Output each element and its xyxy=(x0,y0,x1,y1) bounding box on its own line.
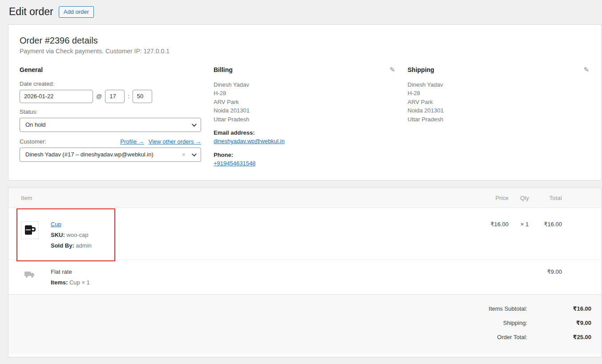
add-order-button[interactable]: Add order xyxy=(59,6,94,18)
shipping-address-line: Noida 201301 xyxy=(408,106,589,115)
total-label: Shipping: xyxy=(503,320,527,326)
chevron-down-icon xyxy=(192,152,197,156)
order-heading: Order #2396 details xyxy=(20,36,590,46)
column-header-item: Item xyxy=(21,195,464,201)
shipping-items-value: Cup × 1 xyxy=(69,279,90,286)
table-row-shipping: Flat rate Items: Cup × 1 ₹9.00 xyxy=(8,260,601,294)
email-link[interactable]: dineshyadav.wp@webkul.in xyxy=(214,137,285,146)
table-row-line-item: Cup SKU: woo-cap Sold By: admin ₹16.00 ×… xyxy=(8,208,601,260)
billing-address: Dinesh Yadav H-28 ARV Park Noida 201301 … xyxy=(214,80,395,124)
minute-input[interactable] xyxy=(133,90,152,103)
profile-link[interactable]: Profile → xyxy=(120,138,144,145)
total-value: ₹9.00 xyxy=(527,320,591,326)
shipping-method-name: Flat rate xyxy=(51,268,90,275)
general-section: General Date created: @ : Status: On hol… xyxy=(20,66,214,168)
order-totals: Items Subtotal: ₹16.00 Shipping: ₹9.00 O… xyxy=(8,294,601,354)
total-row-shipping: Shipping: ₹9.00 xyxy=(8,320,591,326)
general-title: General xyxy=(20,66,43,73)
shipping-address-line: Uttar Pradesh xyxy=(408,115,589,124)
billing-section: Billing ✎ Dinesh Yadav H-28 ARV Park Noi… xyxy=(214,66,408,168)
shipping-total: ₹9.00 xyxy=(535,268,562,286)
billing-address-line: Noida 201301 xyxy=(214,106,395,115)
page-header: Edit order Add order xyxy=(0,0,602,19)
customer-select[interactable]: Dinesh Yadav (#17 – dineshyadav.wp@webku… xyxy=(20,148,201,162)
product-link[interactable]: Cup xyxy=(51,221,61,228)
shipping-address: Dinesh Yadav H-28 ARV Park Noida 201301 … xyxy=(408,80,589,124)
sku-value: woo-cap xyxy=(66,232,88,238)
shipping-address-line: ARV Park xyxy=(408,98,589,107)
sku-label: SKU: xyxy=(51,232,65,238)
customer-value: Dinesh Yadav (#17 – dineshyadav.wp@webku… xyxy=(25,151,182,158)
billing-address-line: H-28 xyxy=(214,89,395,98)
shipping-items-label: Items: xyxy=(51,279,68,286)
items-table-header: Item Price Qty Total xyxy=(8,188,601,208)
view-other-orders-link[interactable]: View other orders → xyxy=(149,138,201,145)
item-total: ₹16.00 xyxy=(535,217,562,249)
column-header-price: Price xyxy=(464,195,509,201)
truck-icon xyxy=(24,270,36,279)
status-value: On hold xyxy=(25,121,187,128)
item-price: ₹16.00 xyxy=(464,217,509,249)
date-created-label: Date created: xyxy=(20,80,201,87)
clear-customer-icon[interactable]: × xyxy=(182,151,186,158)
order-items-panel: Item Price Qty Total Cup SKU: woo-cap So… xyxy=(8,188,602,357)
total-label: Order Total: xyxy=(497,334,527,340)
order-data-panel: Order #2396 details Payment via Check pa… xyxy=(8,24,602,181)
mug-image xyxy=(22,223,37,238)
email-label: Email address: xyxy=(214,129,395,136)
hour-input[interactable] xyxy=(105,90,125,103)
phone-label: Phone: xyxy=(214,152,395,158)
total-label: Items Subtotal: xyxy=(489,305,527,312)
shipping-title: Shipping xyxy=(408,66,434,73)
customer-label: Customer: xyxy=(20,138,46,145)
page-title: Edit order xyxy=(9,5,53,19)
order-columns: General Date created: @ : Status: On hol… xyxy=(20,66,590,168)
billing-title: Billing xyxy=(214,66,233,73)
product-thumbnail xyxy=(21,221,39,239)
column-header-qty: Qty xyxy=(514,195,535,201)
date-input[interactable] xyxy=(20,90,93,103)
total-value: ₹25.00 xyxy=(527,334,591,340)
column-header-total: Total xyxy=(535,195,562,201)
sold-by-label: Sold By: xyxy=(51,242,74,249)
shipping-address-line: Dinesh Yadav xyxy=(408,80,589,89)
total-value: ₹16.00 xyxy=(527,305,591,312)
at-separator: @ xyxy=(96,93,102,100)
shipping-address-line: H-28 xyxy=(408,89,589,98)
shipping-section: Shipping ✎ Dinesh Yadav H-28 ARV Park No… xyxy=(408,66,590,168)
edit-billing-icon[interactable]: ✎ xyxy=(389,66,395,73)
item-qty: × 1 xyxy=(514,217,535,249)
status-label: Status: xyxy=(20,108,201,115)
time-separator: : xyxy=(128,93,129,100)
billing-address-line: Dinesh Yadav xyxy=(214,80,395,89)
total-row-order-total: Order Total: ₹25.00 xyxy=(8,334,591,340)
sold-by-value: admin xyxy=(76,242,91,249)
billing-address-line: Uttar Pradesh xyxy=(214,115,395,124)
order-subheading: Payment via Check payments. Customer IP:… xyxy=(20,48,590,55)
chevron-down-icon xyxy=(192,122,197,127)
total-row-items-subtotal: Items Subtotal: ₹16.00 xyxy=(8,305,591,312)
status-select[interactable]: On hold xyxy=(20,118,201,132)
phone-link[interactable]: +919454631548 xyxy=(214,159,255,168)
edit-shipping-icon[interactable]: ✎ xyxy=(583,66,589,73)
billing-address-line: ARV Park xyxy=(214,98,395,107)
